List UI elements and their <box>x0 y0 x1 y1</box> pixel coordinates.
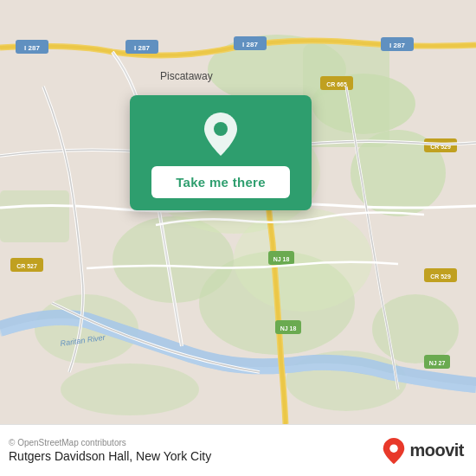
svg-text:NJ 27: NJ 27 <box>429 360 446 366</box>
svg-text:I 287: I 287 <box>389 42 405 49</box>
location-pin-icon <box>202 111 240 158</box>
svg-rect-9 <box>0 190 69 242</box>
copyright-text: © OpenStreetMap contributors <box>9 438 211 447</box>
map-container: I 287 I 287 I 287 I 287 CR 665 CR 529 CR… <box>0 0 476 424</box>
popup-card: Take me there <box>130 95 312 210</box>
bottom-left-info: © OpenStreetMap contributors Rutgers Dav… <box>9 438 211 463</box>
svg-point-8 <box>372 294 459 363</box>
svg-text:I 287: I 287 <box>24 44 40 52</box>
moovit-pin-icon <box>382 437 406 465</box>
svg-text:CR 665: CR 665 <box>326 81 347 87</box>
svg-text:CR 527: CR 527 <box>16 263 37 269</box>
svg-text:NJ 18: NJ 18 <box>273 256 290 262</box>
map-background: I 287 I 287 I 287 I 287 CR 665 CR 529 CR… <box>0 0 476 424</box>
svg-point-13 <box>234 208 372 312</box>
svg-text:CR 529: CR 529 <box>430 273 451 280</box>
svg-point-38 <box>214 122 228 136</box>
moovit-logo-text: moovit <box>409 441 464 460</box>
svg-rect-3 <box>303 43 389 147</box>
svg-point-10 <box>61 363 199 415</box>
svg-text:Piscataway: Piscataway <box>160 70 213 82</box>
svg-text:NJ 18: NJ 18 <box>280 325 297 331</box>
location-name: Rutgers Davidson Hall, New York City <box>9 449 211 463</box>
moovit-logo: moovit <box>382 437 464 465</box>
svg-text:I 287: I 287 <box>134 44 150 52</box>
svg-point-39 <box>390 444 398 452</box>
bottom-bar: © OpenStreetMap contributors Rutgers Dav… <box>0 424 476 476</box>
take-me-there-button[interactable]: Take me there <box>151 166 290 198</box>
svg-text:I 287: I 287 <box>242 41 258 48</box>
